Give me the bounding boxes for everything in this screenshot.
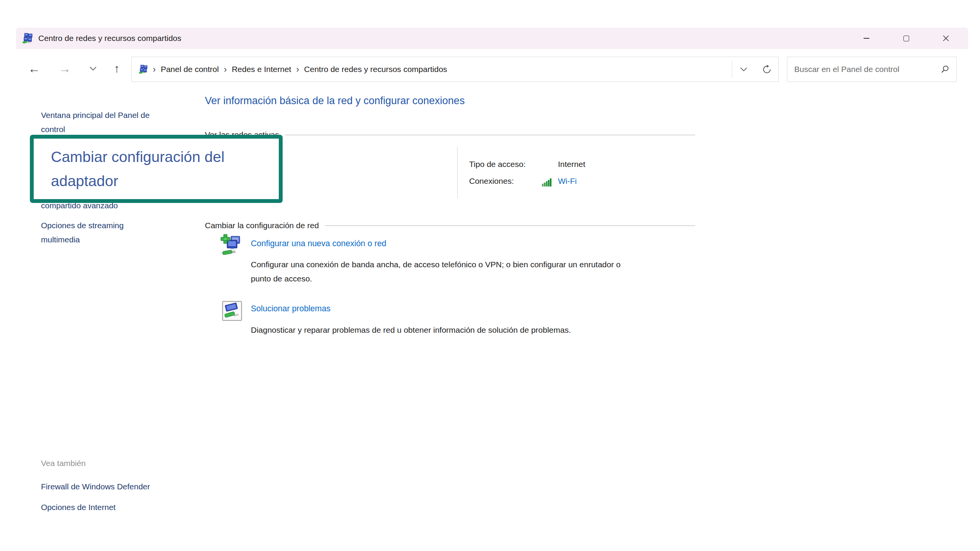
- window-title: Centro de redes y recursos compartidos: [38, 34, 182, 43]
- section-divider-line: [325, 226, 695, 226]
- connections-label: Conexiones:: [469, 177, 514, 186]
- close-button[interactable]: [937, 28, 955, 49]
- forward-icon: →: [59, 62, 71, 76]
- back-button[interactable]: ←: [25, 56, 43, 81]
- breadcrumb-separator: ›: [296, 64, 299, 75]
- wifi-signal-icon[interactable]: [542, 177, 553, 188]
- search-box[interactable]: [787, 57, 957, 82]
- change-network-section-header: Cambiar la configuración de red: [205, 221, 695, 230]
- network-app-icon: [22, 33, 33, 44]
- troubleshoot-icon[interactable]: [222, 301, 242, 322]
- minimize-button[interactable]: [857, 28, 875, 49]
- back-icon: ←: [28, 62, 40, 76]
- forward-button[interactable]: →: [56, 56, 74, 81]
- maximize-button[interactable]: [897, 28, 915, 49]
- setup-new-connection-description: Configurar una conexión de banda ancha, …: [251, 257, 626, 286]
- page-title: Ver información básica de la red y confi…: [205, 95, 465, 107]
- sidebar-item-media-streaming[interactable]: Opciones de streaming multimedia: [41, 218, 137, 247]
- change-adapter-settings-link[interactable]: Cambiar configuración del adaptador: [51, 145, 279, 193]
- wifi-connection-link[interactable]: Wi-Fi: [558, 177, 577, 186]
- recent-locations-button[interactable]: [84, 56, 102, 81]
- window-titlebar: Centro de redes y recursos compartidos: [16, 28, 968, 49]
- address-bar[interactable]: › Panel de control › Redes e Internet › …: [131, 57, 779, 82]
- see-also-header: Vea también: [41, 459, 86, 468]
- address-dropdown-button[interactable]: [732, 57, 755, 82]
- access-type-label: Tipo de acceso:: [469, 160, 525, 169]
- sidebar-item-internet-options[interactable]: Opciones de Internet: [41, 500, 116, 514]
- sidebar-item-windows-defender-firewall[interactable]: Firewall de Windows Defender: [41, 479, 150, 494]
- breadcrumb-item-panel-de-control[interactable]: Panel de control: [161, 65, 219, 74]
- breadcrumb-separator: ›: [224, 64, 227, 75]
- refresh-button[interactable]: [755, 57, 778, 82]
- search-input[interactable]: [793, 64, 940, 74]
- magnifier-icon: [940, 64, 950, 74]
- breadcrumb-location-icon: [139, 65, 148, 74]
- active-network-column-divider: [457, 146, 458, 198]
- chevron-down-icon: [89, 66, 97, 71]
- change-network-section-title: Cambiar la configuración de red: [205, 221, 319, 230]
- breadcrumb-item-centro-de-redes[interactable]: Centro de redes y recursos compartidos: [304, 65, 447, 74]
- breadcrumb-item-redes-e-internet[interactable]: Redes e Internet: [232, 65, 291, 74]
- new-connection-icon[interactable]: [221, 234, 243, 257]
- maximize-icon: [903, 36, 909, 41]
- chevron-down-icon: [740, 67, 748, 72]
- up-button[interactable]: ↑: [108, 56, 126, 81]
- troubleshoot-problems-link[interactable]: Solucionar problemas: [251, 304, 330, 314]
- close-icon: [942, 35, 949, 42]
- breadcrumb-separator: ›: [153, 64, 156, 75]
- window-controls: [857, 28, 955, 49]
- section-divider-line: [285, 135, 695, 135]
- troubleshoot-problems-description: Diagnosticar y reparar problemas de red …: [251, 323, 571, 337]
- desktop-background: Centro de redes y recursos compartidos ←…: [0, 0, 980, 551]
- access-type-value: Internet: [558, 160, 585, 169]
- up-icon: ↑: [114, 62, 120, 75]
- refresh-icon: [762, 64, 772, 75]
- sidebar-item-control-panel-home[interactable]: Ventana principal del Panel de control: [41, 108, 164, 136]
- setup-new-connection-link[interactable]: Configurar una nueva conexión o red: [251, 239, 386, 249]
- minimize-icon: [864, 38, 869, 39]
- change-adapter-settings-callout[interactable]: Cambiar configuración del adaptador: [30, 135, 283, 203]
